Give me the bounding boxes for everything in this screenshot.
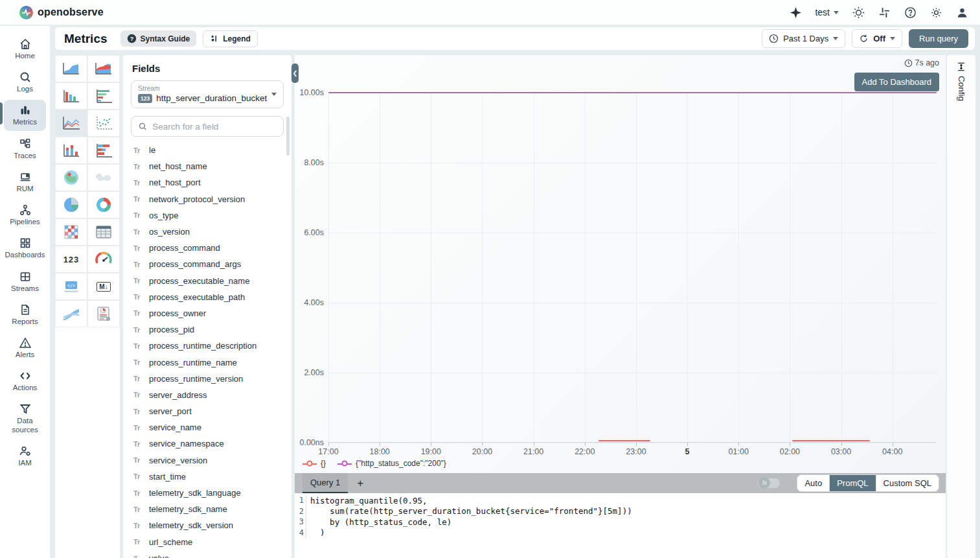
chart-type-line-icon[interactable] [55,110,87,137]
time-range-selector[interactable]: Past 1 Days [762,29,845,48]
syntax-guide-button[interactable]: ? Syntax Guide [120,30,197,47]
sidebar-item-reports[interactable]: Reports [4,299,46,330]
field-item[interactable]: Trtelemetry_sdk_name [131,501,284,517]
field-item[interactable]: Trnet_host_name [131,158,284,174]
org-selector[interactable]: test [815,7,839,17]
left-nav-sidebar: Home Logs Metrics Traces RUM Pipelines D… [0,26,50,558]
query-editor[interactable]: 1histogram_quantile(0.95,2 sum(rate(http… [295,493,946,558]
chart-type-heatmap-icon[interactable] [55,218,87,246]
field-item[interactable]: Trserver_port [131,403,284,419]
line-number: 2 [295,507,304,516]
chart-type-scatter-icon[interactable] [87,110,120,137]
chart-type-gauge-icon[interactable] [87,246,120,273]
text-field-icon: Tr [133,261,142,268]
sidebar-item-traces[interactable]: Traces [4,134,46,164]
legend-item[interactable]: {} [302,459,326,468]
chart-type-donut-icon[interactable] [87,191,120,218]
code-line[interactable]: 2 sum(rate(http_server_duration_bucket{s… [295,506,946,517]
code-text: histogram_quantile(0.95, [310,496,427,506]
sidebar-item-home[interactable]: Home [4,34,46,64]
chart-type-custom-chart-icon[interactable] [87,300,120,327]
field-item[interactable]: Trserver_address [131,387,284,403]
fx-icon: fx [758,477,770,489]
chart-type-markdown-icon[interactable]: M↓ [87,273,120,300]
query-mode-auto[interactable]: Auto [797,475,830,491]
code-line[interactable]: 1histogram_quantile(0.95, [295,495,946,506]
chart-type-table-icon[interactable] [87,218,120,246]
chevron-down-icon [834,11,839,14]
sidebar-item-dashboards[interactable]: Dashboards [4,233,46,263]
settings-gear-icon[interactable] [929,6,942,19]
run-query-button[interactable]: Run query [909,29,968,48]
sidebar-item-metrics[interactable]: Metrics [4,100,46,130]
x-gridline [328,93,329,443]
legend-item[interactable]: {"http_status_code":"200"} [337,459,446,468]
field-item[interactable]: Trprocess_pid [131,321,284,338]
chart-type-metric-text-icon[interactable]: 123 [55,246,87,273]
field-search-input[interactable] [152,122,277,132]
config-panel-toggle[interactable]: Config [947,55,975,558]
ai-sparkle-icon[interactable] [789,6,802,19]
field-item[interactable]: #value [131,550,284,558]
query-mode-custom-sql[interactable]: Custom SQL [876,475,939,491]
add-query-button[interactable]: + [357,478,363,489]
chart-type-pie-icon[interactable] [55,191,87,218]
legend-button[interactable]: Legend [203,30,258,47]
code-line[interactable]: 4 ) [295,528,946,539]
sidebar-item-streams[interactable]: Streams [4,266,46,297]
sidebar-item-rum[interactable]: RUM [4,167,46,197]
sidebar-item-pipelines[interactable]: Pipelines [4,200,46,230]
field-search-box[interactable] [131,116,284,137]
field-item[interactable]: Trprocess_runtime_version [131,371,284,387]
sidebar-item-actions[interactable]: Actions [4,366,46,396]
chart-type-area-stacked-icon[interactable] [87,55,120,82]
theme-light-icon[interactable] [852,6,865,19]
chart-type-world-map-icon[interactable] [87,164,120,191]
query-tab-1[interactable]: Query 1 [302,473,348,493]
field-item[interactable]: Trprocess_command [131,240,284,256]
auto-refresh-selector[interactable]: Off [852,29,902,48]
slack-icon[interactable] [878,6,891,19]
field-item[interactable]: Trservice_namespace [131,436,284,452]
field-item[interactable]: Trprocess_runtime_name [131,354,284,370]
chart-type-stacked-bar-icon[interactable] [55,137,87,164]
field-item[interactable]: Trprocess_command_args [131,256,284,272]
query-mode-promql[interactable]: PromQL [830,475,876,491]
chart-type-horizontal-stacked-bar-icon[interactable] [87,137,120,164]
chart-type-horizontal-bar-icon[interactable] [87,82,120,110]
field-item[interactable]: Trtelemetry_sdk_version [131,517,284,533]
field-item[interactable]: Trprocess_runtime_description [131,338,284,354]
field-item[interactable]: Trtelemetry_sdk_language [131,485,284,501]
chart-type-bar-icon[interactable] [55,82,87,110]
chart-type-area-icon[interactable] [55,55,87,82]
field-item[interactable]: Trprocess_owner [131,305,284,321]
field-item[interactable]: Trnetwork_protocol_version [131,191,284,207]
profile-icon[interactable] [955,6,968,19]
field-item[interactable]: Tros_version [131,224,284,240]
help-icon[interactable] [904,6,917,19]
collapse-fields-button[interactable]: ❮ [291,64,299,83]
field-item[interactable]: Trservice_name [131,419,284,436]
field-item[interactable]: Trprocess_executable_path [131,289,284,305]
add-to-dashboard-button[interactable]: Add To Dashboard [854,73,939,91]
sidebar-item-data-sources[interactable]: Data sources [4,399,46,437]
fields-scrollbar[interactable] [286,117,290,156]
field-item[interactable]: Trurl_scheme [131,534,284,550]
stream-selector[interactable]: Stream 123 http_server_duration_bucket [131,80,284,108]
chart-type-geomap-icon[interactable] [55,164,87,191]
code-line[interactable]: 3 by (http_status_code, le) [295,517,946,528]
chart-type-html-icon[interactable]: </> [55,273,87,300]
field-item[interactable]: Trprocess_executable_name [131,273,284,289]
chart-type-sankey-icon[interactable] [55,300,87,327]
sidebar-item-iam[interactable]: IAM [4,441,46,471]
field-item[interactable]: Trservice_version [131,452,284,469]
field-item[interactable]: Trle [131,142,284,158]
plot-area[interactable]: 10.00s8.00s6.00s4.00s2.00s0.00ns17:0018:… [328,93,937,443]
vrl-function-toggle[interactable]: fx [758,478,780,488]
field-item[interactable]: Trnet_host_port [131,174,284,191]
sidebar-item-logs[interactable]: Logs [4,67,46,97]
field-item[interactable]: Trstart_time [131,469,284,485]
sidebar-item-alerts[interactable]: Alerts [4,332,46,363]
field-item[interactable]: Tros_type [131,207,284,224]
text-field-icon: Tr [133,326,142,334]
